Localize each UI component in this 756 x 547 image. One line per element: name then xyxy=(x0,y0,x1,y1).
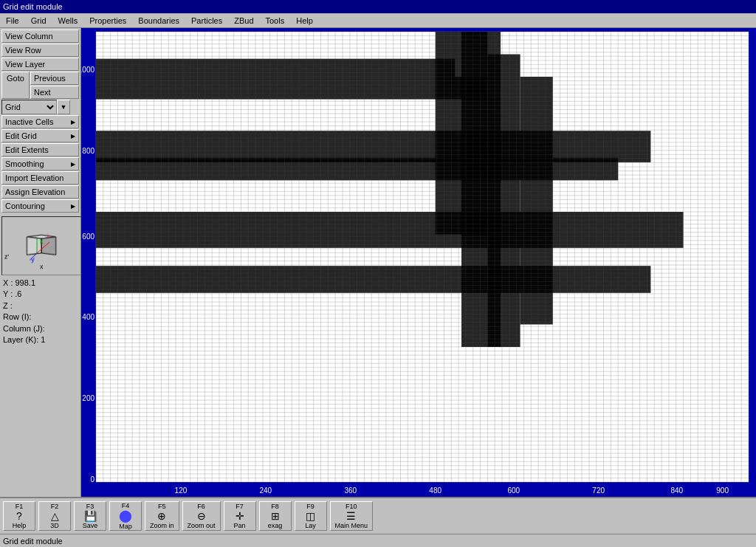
coord-y: Y : .6 xyxy=(3,289,78,300)
lay-label: Lay xyxy=(305,522,316,529)
view-column-button[interactable]: View Column xyxy=(1,30,79,43)
pan-icon: ✛ xyxy=(236,511,244,521)
f10-label: F10 xyxy=(346,503,357,510)
coord-x: X : 998.1 xyxy=(3,278,78,289)
contouring-button[interactable]: Contouring xyxy=(1,199,79,213)
f3-save-button[interactable]: F3 💾 Save xyxy=(74,501,106,531)
lay-icon: ◫ xyxy=(306,511,315,521)
menu-file[interactable]: File xyxy=(0,15,25,27)
f6-zoomout-button[interactable]: F6 ⊖ Zoom out xyxy=(182,501,221,531)
import-elevation-button[interactable]: Import Elevation xyxy=(1,171,79,185)
map-icon: ⬤ xyxy=(119,510,132,522)
previous-button[interactable]: Previous xyxy=(30,72,79,85)
f4-label: F4 xyxy=(122,502,130,509)
bottom-toolbar: F1 ? Help F2 △ 3D F3 💾 Save F4 ⬤ Map F5 … xyxy=(0,497,756,534)
menu-zbud[interactable]: ZBud xyxy=(228,15,259,27)
title-text: Grid edit module xyxy=(3,2,63,11)
menu-wells[interactable]: Wells xyxy=(52,15,84,27)
edit-extents-button[interactable]: Edit Extents xyxy=(1,143,79,156)
coordinates: X : 998.1 Y : .6 Z : Row (I): Column (J)… xyxy=(1,276,79,347)
inactive-cells-button[interactable]: Inactive Cells xyxy=(1,115,79,128)
next-button[interactable]: Next xyxy=(30,86,79,99)
zoomout-label: Zoom out xyxy=(188,522,216,529)
f10-mainmenu-button[interactable]: F10 ☰ Main Menu xyxy=(330,501,374,531)
goto-label: Goto xyxy=(1,72,30,99)
zoomin-icon: ⊕ xyxy=(157,511,166,521)
menu-boundaries[interactable]: Boundaries xyxy=(132,15,185,27)
zoomout-icon: ⊖ xyxy=(197,511,206,521)
status-text: Grid edit module xyxy=(3,537,63,546)
f8-exag-button[interactable]: F8 ⊞ exag xyxy=(259,501,292,531)
f2-3d-button[interactable]: F2 △ 3D xyxy=(38,501,71,531)
coord-z: Z : xyxy=(3,300,78,312)
help-label: Help xyxy=(13,522,27,529)
f5-zoomin-button[interactable]: F5 ⊕ Zoom in xyxy=(145,501,179,531)
exag-icon: ⊞ xyxy=(271,511,280,521)
title-bar: Grid edit module xyxy=(0,0,756,13)
help-icon: ? xyxy=(16,511,22,521)
sidebar: View Column View Row View Layer Goto Pre… xyxy=(0,28,81,497)
grid-dropdown[interactable]: Grid xyxy=(1,100,57,114)
menu-tools[interactable]: Tools xyxy=(260,15,291,27)
status-bar: Grid edit module xyxy=(0,534,756,547)
view-row-button[interactable]: View Row xyxy=(1,44,79,57)
f5-label: F5 xyxy=(158,503,166,510)
goto-row: Goto Previous Next xyxy=(1,72,79,99)
map-label: Map xyxy=(119,523,132,530)
f1-help-button[interactable]: F1 ? Help xyxy=(3,501,35,531)
save-icon: 💾 xyxy=(84,511,97,521)
f8-label: F8 xyxy=(271,503,279,510)
coord-column: Column (J): xyxy=(3,323,78,334)
edit-grid-button[interactable]: Edit Grid xyxy=(1,129,79,142)
menu-properties[interactable]: Properties xyxy=(83,15,132,27)
mainmenu-icon: ☰ xyxy=(346,511,356,521)
menu-bar: File Grid Wells Properties Boundaries Pa… xyxy=(0,13,756,28)
coord-layer: Layer (K): 1 xyxy=(3,334,78,345)
f3-label: F3 xyxy=(86,503,94,510)
coord-row: Row (I): xyxy=(3,312,78,323)
3d-icon: △ xyxy=(51,511,59,521)
menu-grid[interactable]: Grid xyxy=(25,15,52,27)
grid-dropdown-row: Grid ▼ xyxy=(1,100,79,114)
assign-elevation-button[interactable]: Assign Elevation xyxy=(1,185,79,199)
f9-label: F9 xyxy=(306,503,315,510)
f9-lay-button[interactable]: F9 ◫ Lay xyxy=(295,501,327,531)
3d-label: 3D xyxy=(50,522,59,529)
view-layer-button[interactable]: View Layer xyxy=(1,58,79,71)
3d-preview xyxy=(1,216,81,275)
menu-help[interactable]: Help xyxy=(290,15,319,27)
save-label: Save xyxy=(83,522,98,529)
dropdown-arrow[interactable]: ▼ xyxy=(57,100,70,114)
preview-canvas xyxy=(2,217,80,275)
f2-label: F2 xyxy=(51,503,59,510)
f4-map-button[interactable]: F4 ⬤ Map xyxy=(109,501,142,531)
f1-label: F1 xyxy=(16,503,24,510)
canvas-area[interactable] xyxy=(81,28,756,497)
mainmenu-label: Main Menu xyxy=(335,522,368,529)
f7-pan-button[interactable]: F7 ✛ Pan xyxy=(224,501,256,531)
f6-label: F6 xyxy=(197,503,205,510)
smoothing-button[interactable]: Smoothing xyxy=(1,157,79,171)
grid-canvas xyxy=(81,28,756,497)
zoomin-label: Zoom in xyxy=(150,522,174,529)
f7-label: F7 xyxy=(236,503,244,510)
pan-label: Pan xyxy=(234,522,246,529)
menu-particles[interactable]: Particles xyxy=(185,15,228,27)
main-layout: View Column View Row View Layer Goto Pre… xyxy=(0,28,756,534)
content-area: View Column View Row View Layer Goto Pre… xyxy=(0,28,756,497)
exag-label: exag xyxy=(268,522,283,529)
